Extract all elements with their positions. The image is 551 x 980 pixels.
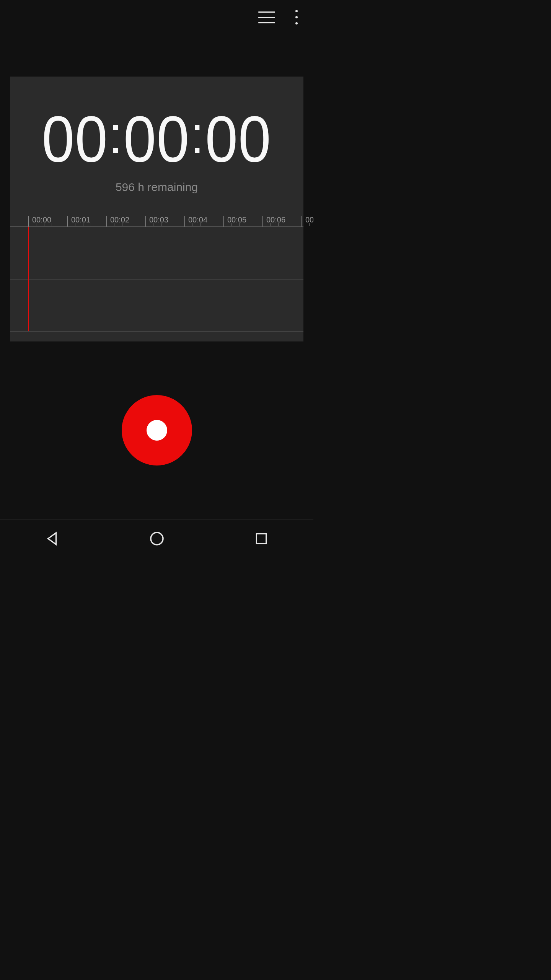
timeline-ruler: 00:0000:0100:0200:0300:0400:0500:0600:07	[10, 216, 303, 227]
timer-hours: 00	[42, 103, 108, 175]
ruler-label: 00:04	[184, 216, 207, 227]
overflow-menu-icon[interactable]	[291, 9, 302, 26]
ruler-label: 00:07	[302, 216, 313, 227]
ruler-label: 00:02	[106, 216, 129, 227]
nav-home-button[interactable]	[145, 527, 168, 550]
svg-point-0	[151, 532, 163, 545]
system-nav-bar	[0, 519, 313, 557]
ruler-label: 00:03	[145, 216, 168, 227]
list-icon[interactable]	[258, 11, 275, 23]
nav-recent-button[interactable]	[250, 527, 273, 550]
remaining-time-label: 596 h remaining	[10, 181, 303, 194]
svg-rect-1	[256, 534, 266, 543]
timer-minutes: 00	[124, 103, 190, 175]
waveform-midline	[10, 279, 303, 279]
timer-seconds: 00	[205, 103, 271, 175]
ruler-label: 00:00	[28, 216, 51, 227]
controls-area	[0, 341, 313, 519]
recorder-panel: 00:00:00 596 h remaining 00:0000:0100:02…	[10, 77, 303, 341]
record-button[interactable]	[122, 395, 192, 466]
playhead[interactable]	[28, 227, 29, 331]
ruler-label: 00:01	[67, 216, 90, 227]
top-bar	[0, 0, 313, 34]
waveform-area	[10, 227, 303, 332]
timeline[interactable]: 00:0000:0100:0200:0300:0400:0500:0600:07	[10, 216, 303, 332]
ruler-label: 00:06	[262, 216, 285, 227]
ruler-label: 00:05	[223, 216, 246, 227]
record-icon	[147, 420, 167, 441]
timer-display: 00:00:00 596 h remaining	[10, 77, 303, 194]
nav-back-button[interactable]	[41, 527, 64, 550]
